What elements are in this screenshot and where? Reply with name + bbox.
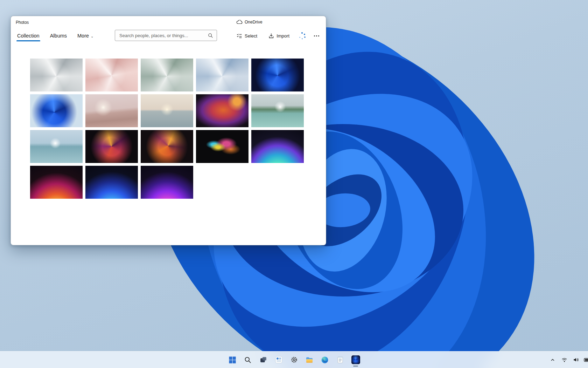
onedrive-button[interactable]: OneDrive [234, 19, 265, 26]
settings-button[interactable] [287, 353, 301, 367]
photo-thumbnail[interactable] [30, 130, 83, 163]
loading-spinner [298, 32, 306, 40]
taskbar-center [225, 352, 363, 368]
file-explorer-button[interactable] [302, 353, 316, 367]
import-icon [268, 33, 274, 39]
notepad-button[interactable] [333, 353, 347, 367]
hidden-icons-chevron[interactable] [548, 355, 557, 365]
folder-icon [306, 356, 313, 363]
tab-collection-label: Collection [17, 33, 40, 39]
photo-thumbnail[interactable] [30, 166, 83, 199]
import-button[interactable]: Import [266, 31, 292, 40]
task-view-icon [260, 356, 267, 363]
photo-thumbnail[interactable] [141, 59, 193, 91]
photo-thumbnail[interactable] [196, 59, 248, 91]
photo-grid [30, 59, 304, 199]
photos-app-icon [351, 355, 360, 364]
speaker-icon [573, 357, 579, 362]
desktop: Photos OneDrive Collection Albums More ⌄ [0, 0, 588, 368]
photo-thumbnail[interactable] [85, 130, 138, 163]
edge-browser-button[interactable] [318, 353, 332, 367]
tab-albums-label: Albums [50, 33, 67, 39]
see-more-button[interactable] [312, 33, 321, 39]
taskbar-search-button[interactable] [241, 353, 255, 367]
search-box [115, 30, 217, 41]
task-view-button[interactable] [256, 353, 270, 367]
photo-thumbnail[interactable] [30, 94, 83, 127]
search-input[interactable] [115, 33, 208, 38]
photo-thumbnail[interactable] [196, 130, 248, 163]
wifi-icon [561, 357, 567, 362]
search-icon [244, 356, 251, 363]
onedrive-label: OneDrive [245, 20, 262, 25]
widgets-button[interactable] [272, 353, 286, 367]
cloud-icon [236, 20, 243, 24]
photo-thumbnail[interactable] [141, 94, 193, 127]
windows-logo-icon [229, 356, 236, 363]
photos-app-window: Photos OneDrive Collection Albums More ⌄ [10, 16, 326, 245]
photo-thumbnail[interactable] [196, 94, 248, 127]
ellipsis-icon [314, 35, 315, 36]
import-label: Import [276, 33, 289, 39]
photo-thumbnail[interactable] [30, 59, 83, 91]
system-tray [548, 352, 588, 368]
widgets-icon [275, 356, 282, 363]
window-title: Photos [16, 20, 29, 25]
photo-thumbnail[interactable] [85, 94, 138, 127]
app-toolbar: Collection Albums More ⌄ [11, 28, 326, 43]
select-icon [237, 33, 242, 39]
taskbar [0, 351, 588, 368]
toolbar-actions: Select Import [234, 28, 321, 43]
ellipsis-icon [316, 35, 317, 36]
gear-icon [290, 356, 298, 363]
battery-icon [584, 357, 588, 362]
document-icon [337, 356, 344, 363]
search-icon[interactable] [208, 33, 213, 38]
photo-thumbnail[interactable] [141, 130, 193, 163]
photo-thumbnail[interactable] [141, 166, 193, 199]
start-button[interactable] [225, 353, 239, 367]
volume-button[interactable] [572, 355, 580, 365]
window-titlebar: Photos OneDrive [11, 16, 326, 28]
photo-thumbnail[interactable] [85, 166, 138, 199]
photo-thumbnail[interactable] [251, 130, 304, 163]
photos-app-button[interactable] [349, 353, 363, 367]
chevron-up-icon [550, 357, 555, 362]
chevron-down-icon: ⌄ [91, 34, 93, 38]
tab-more-label: More [77, 33, 89, 39]
tab-more[interactable]: More ⌄ [77, 29, 94, 43]
photo-thumbnail[interactable] [85, 59, 138, 91]
ellipsis-icon [318, 35, 319, 36]
active-app-indicator [353, 366, 358, 367]
select-label: Select [245, 33, 257, 39]
tab-collection[interactable]: Collection [16, 29, 40, 43]
select-button[interactable]: Select [234, 31, 260, 40]
edge-icon [321, 356, 329, 364]
battery-button[interactable] [583, 355, 588, 365]
network-button[interactable] [560, 355, 568, 365]
photo-thumbnail[interactable] [251, 94, 304, 127]
tab-albums[interactable]: Albums [49, 29, 68, 43]
photo-thumbnail[interactable] [251, 59, 304, 91]
